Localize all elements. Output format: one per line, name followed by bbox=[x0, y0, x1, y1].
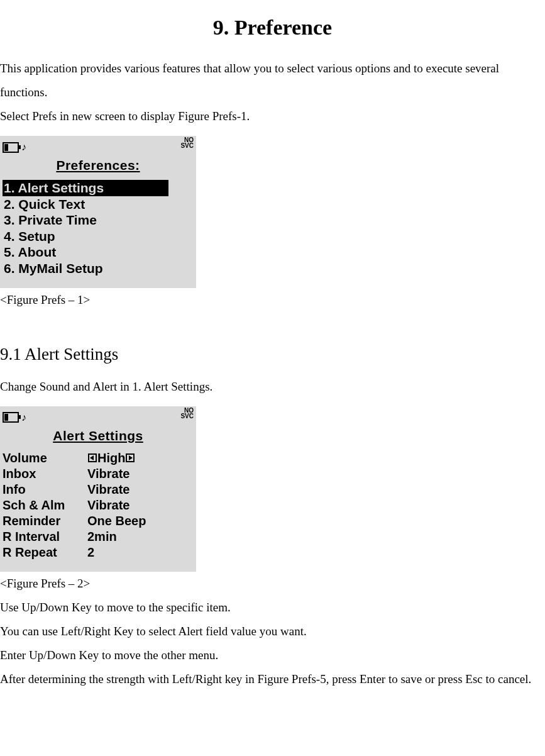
row-inbox[interactable]: Inbox Vibrate bbox=[3, 466, 196, 482]
row-volume[interactable]: Volume High bbox=[3, 450, 196, 466]
row-reminder[interactable]: Reminder One Beep bbox=[3, 513, 196, 529]
figure-caption-2: <Figure Prefs – 2> bbox=[0, 572, 545, 596]
instruction-4: After determining the strength with Left… bbox=[0, 667, 545, 691]
sound-icon: ♪ bbox=[21, 408, 26, 428]
menu-item-about[interactable]: 5. About bbox=[3, 244, 196, 260]
no-service-indicator: NOSVC bbox=[180, 408, 194, 419]
screen-title: Preferences: bbox=[0, 152, 196, 179]
status-bar: ♪ NOSVC bbox=[0, 408, 196, 421]
value-r-interval: 2min bbox=[87, 529, 117, 545]
battery-icon bbox=[3, 142, 19, 153]
label-reminder: Reminder bbox=[3, 513, 87, 529]
menu-item-private-time[interactable]: 3. Private Time bbox=[3, 212, 196, 228]
figure-prefs-2: ♪ NOSVC Alert Settings Volume High Inbox… bbox=[0, 406, 196, 572]
menu-item-alert-settings[interactable]: 1. Alert Settings bbox=[3, 180, 168, 196]
label-inbox: Inbox bbox=[3, 466, 87, 482]
row-r-repeat[interactable]: R Repeat 2 bbox=[3, 545, 196, 560]
label-info: Info bbox=[3, 482, 87, 498]
instruction-1: Use Up/Down Key to move to the specific … bbox=[0, 596, 545, 620]
sound-icon: ♪ bbox=[21, 137, 26, 157]
menu-item-mymail-setup[interactable]: 6. MyMail Setup bbox=[3, 260, 196, 277]
arrow-right-icon[interactable] bbox=[126, 453, 135, 462]
alert-settings-list: Volume High Inbox Vibrate Info Vibrate S… bbox=[0, 450, 196, 560]
preferences-menu: 1. Alert Settings 2. Quick Text 3. Priva… bbox=[0, 180, 196, 277]
row-r-interval[interactable]: R Interval 2min bbox=[3, 529, 196, 545]
page-title: 9. Preference bbox=[0, 6, 545, 49]
figure-prefs-1: ♪ NOSVC Preferences: 1. Alert Settings 2… bbox=[0, 136, 196, 288]
value-volume: High bbox=[97, 450, 125, 466]
value-r-repeat: 2 bbox=[87, 545, 94, 560]
menu-item-quick-text[interactable]: 2. Quick Text bbox=[3, 196, 196, 213]
value-inbox: Vibrate bbox=[87, 466, 129, 482]
instruction-2: You can use Left/Right Key to select Ale… bbox=[0, 620, 545, 643]
value-info: Vibrate bbox=[87, 482, 129, 498]
arrow-left-icon[interactable] bbox=[88, 453, 97, 462]
label-volume: Volume bbox=[3, 450, 87, 466]
battery-icon bbox=[3, 412, 19, 423]
value-sch-alm: Vibrate bbox=[87, 498, 129, 513]
instruction-3: Enter Up/Down Key to move the other menu… bbox=[0, 643, 545, 667]
menu-item-setup[interactable]: 4. Setup bbox=[3, 228, 196, 245]
row-sch-alm[interactable]: Sch & Alm Vibrate bbox=[3, 498, 196, 513]
section-intro: Change Sound and Alert in 1. Alert Setti… bbox=[0, 375, 545, 399]
label-sch-alm: Sch & Alm bbox=[3, 498, 87, 513]
no-service-indicator: NOSVC bbox=[180, 137, 194, 148]
screen-title: Alert Settings bbox=[0, 423, 196, 449]
row-info[interactable]: Info Vibrate bbox=[3, 482, 196, 498]
value-reminder: One Beep bbox=[87, 513, 146, 529]
label-r-interval: R Interval bbox=[3, 529, 87, 545]
figure-caption-1: <Figure Prefs – 1> bbox=[0, 288, 545, 312]
intro-paragraph-2: Select Prefs in new screen to display Fi… bbox=[0, 104, 545, 128]
status-bar: ♪ NOSVC bbox=[0, 137, 196, 151]
section-heading-alert-settings: 9.1 Alert Settings bbox=[0, 337, 545, 371]
intro-paragraph-1: This application provides various featur… bbox=[0, 57, 545, 104]
label-r-repeat: R Repeat bbox=[3, 545, 87, 560]
